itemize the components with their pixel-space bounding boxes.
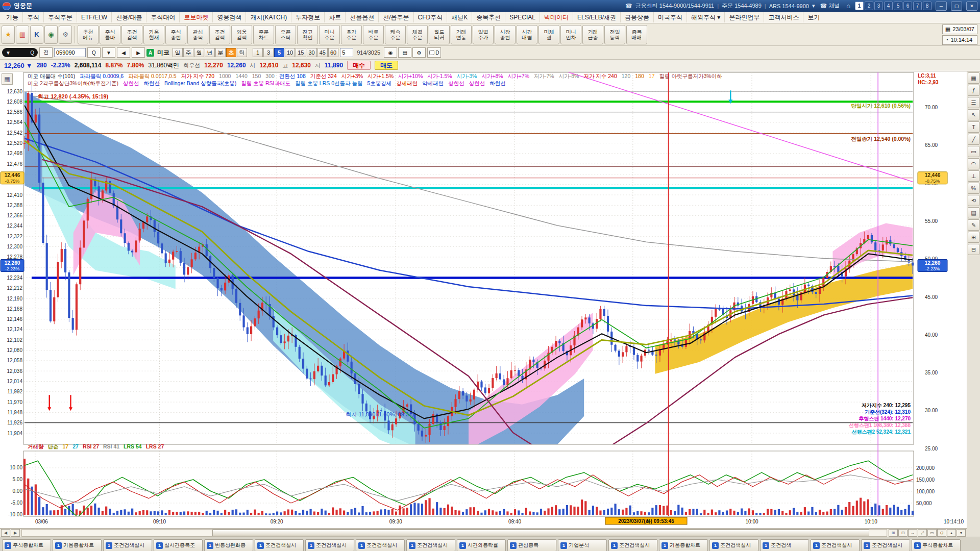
scale-up-icon[interactable]: ▴ — [947, 529, 956, 537]
toolbar-button-전일등락[interactable]: 전일등락 — [604, 25, 625, 44]
toolbar-button-미니주문[interactable]: 미니주문 — [319, 25, 340, 44]
menu-영웅검색[interactable]: 영웅검색 — [212, 12, 246, 22]
menu-차트[interactable]: 차트 — [324, 12, 345, 22]
scale-down-icon[interactable]: ▾ — [957, 529, 966, 537]
pattern-tool-icon[interactable]: ▤ — [968, 207, 979, 218]
chart-settings-icon[interactable]: ⚙ — [412, 47, 426, 58]
sell-button[interactable]: 매도 — [375, 61, 398, 70]
taskbar-tab-조건검색실시[interactable]: 1조건검색실시 — [861, 539, 910, 551]
taskbar-tab-실시간증목조[interactable]: 1실시간증목조 — [154, 539, 203, 551]
screen-number-4[interactable]: 4 — [884, 2, 893, 10]
chart-area[interactable]: ▦ 미코 매물대 수(101)파라볼릭 0.0009,6파라볼릭 0.0017,… — [0, 71, 967, 537]
toolbar-button-미니업차[interactable]: 미니업차 — [560, 25, 581, 44]
toolbar-button-주문차트[interactable]: 주문차트 — [253, 25, 274, 44]
buy-button[interactable]: 매수 — [347, 61, 371, 70]
expand-icon[interactable]: ⤢ — [918, 529, 927, 537]
toolbar-button-주식종합[interactable]: 주식종합 — [165, 25, 186, 44]
scroll-thumb[interactable] — [212, 530, 869, 536]
menu-선/옵주문[interactable]: 선/옵주문 — [378, 12, 413, 22]
taskbar-tab-조건검색[interactable]: 1조건검색 — [760, 539, 809, 551]
formula-tool-icon[interactable]: ƒ — [968, 85, 979, 96]
menu-선물옵션[interactable]: 선물옵션 — [345, 12, 378, 22]
zoom-out-icon[interactable]: ⊟ — [968, 244, 979, 255]
screen-number-7[interactable]: 7 — [913, 2, 922, 10]
toolbar-button-종목매매[interactable]: 종목매매 — [626, 25, 647, 44]
chart-layout-icon[interactable]: ▦ — [2, 73, 13, 85]
taskbar-tab-조건검색실시[interactable]: 1조건검색실시 — [255, 539, 304, 551]
menu-미국주식[interactable]: 미국주식 — [653, 12, 687, 22]
period-button-월[interactable]: 월 — [194, 48, 204, 57]
menu-빅데이터[interactable]: 빅데이터 — [540, 12, 573, 22]
interval-button-30[interactable]: 30 — [307, 48, 317, 57]
menu-로보마켓[interactable]: 로보마켓 — [179, 12, 212, 22]
taskbar-tab-변동성완화종[interactable]: 1변동성완화종 — [204, 539, 253, 551]
live-quote-icon[interactable]: ◉ — [44, 26, 58, 44]
code-dropdown-icon[interactable]: ▼ — [102, 47, 115, 58]
screen-number-8[interactable]: 8 — [923, 2, 932, 10]
screen-number-2[interactable]: 2 — [865, 2, 873, 10]
home-icon[interactable]: ⌂ — [845, 2, 852, 10]
draw-tool-icon[interactable]: ✎ — [968, 219, 979, 231]
board-icon[interactable]: ▤ — [398, 47, 411, 58]
menu-온라인업무[interactable]: 온라인업무 — [724, 12, 764, 22]
code-search-icon[interactable]: Q — [87, 47, 101, 58]
taskbar-tab-조건검색실시[interactable]: 1조건검색실시 — [406, 539, 455, 551]
toolbar-button-월드티커[interactable]: 월드티커 — [429, 25, 450, 44]
toolbar-button-거래변동[interactable]: 거래변동 — [451, 25, 472, 44]
zoom-in-icon[interactable]: ⊞ — [889, 529, 898, 537]
chart-quick-icon[interactable]: ▥ — [16, 26, 29, 44]
taskbar-tab-조건검색실시[interactable]: 1조건검색실시 — [305, 539, 354, 551]
toolbar-button-쾌속주문[interactable]: 쾌속주문 — [385, 25, 406, 44]
taskbar-tab-키움종합차트[interactable]: 1키움종합차트 — [53, 539, 102, 551]
chevron-down-icon[interactable]: ▾ — [812, 3, 815, 9]
taskbar-tab-조건검색실시[interactable]: 1조건검색실시 — [356, 539, 405, 551]
interval-button-5[interactable]: 5 — [274, 48, 284, 57]
account-combo[interactable]: ▼ Q — [2, 48, 38, 57]
stock-code-input[interactable] — [54, 48, 86, 57]
interval-button-45[interactable]: 45 — [317, 48, 328, 57]
undo-icon[interactable]: ⟲ — [968, 195, 979, 206]
menu-캐치(KATCH)[interactable]: 캐치(KATCH) — [246, 12, 291, 22]
toolbar-button-바로주문[interactable]: 바로주문 — [363, 25, 384, 44]
toolbar-button-일별주가[interactable]: 일별주가 — [473, 25, 494, 44]
menu-SPECIAL[interactable]: SPECIAL — [505, 12, 540, 22]
taskbar-tab-조건검색실시[interactable]: 1조건검색실시 — [608, 539, 657, 551]
taskbar-tab-조건검색실시[interactable]: 1조건검색실시 — [811, 539, 860, 551]
channel-button[interactable]: ☎ 채널 — [818, 2, 842, 10]
settings-icon[interactable]: ⚙ — [59, 26, 72, 44]
kiwoom-logo-icon[interactable]: K — [30, 26, 43, 44]
menu-ETF/ELW[interactable]: ETF/ELW — [77, 12, 111, 22]
indicator-list-icon[interactable]: ☰ — [968, 97, 979, 108]
support-line-tool-icon[interactable]: ⊥ — [968, 170, 979, 182]
close-button[interactable]: ✕ — [966, 2, 977, 11]
fit-width-icon[interactable]: ↔ — [908, 529, 917, 537]
menu-금융상품[interactable]: 금융상품 — [620, 12, 653, 22]
scroll-right-icon[interactable]: ▶ — [11, 529, 20, 537]
maximize-button[interactable]: ▢ — [951, 2, 962, 11]
period-button-주[interactable]: 주 — [183, 48, 193, 57]
toolbar-button-영웅검색[interactable]: 영웅검색 — [231, 25, 252, 44]
toolbar-button-잔고확인[interactable]: 잔고확인 — [297, 25, 318, 44]
toolbar-button-미체결[interactable]: 미체결 — [538, 25, 559, 44]
zoom-in-icon[interactable]: ⊞ — [968, 232, 979, 243]
screenshot-icon[interactable]: ◉ — [384, 47, 397, 58]
toolbar-button-키움현재[interactable]: 키움현재 — [143, 25, 164, 44]
menu-ELS/ELB/채권[interactable]: ELS/ELB/채권 — [573, 12, 620, 22]
screen-number-3[interactable]: 3 — [874, 2, 883, 10]
menu-주식주문[interactable]: 주식주문 — [43, 12, 77, 22]
price-chart[interactable]: 12,63012,60812,58612,56412,54212,52012,4… — [0, 71, 967, 537]
toolbar-button-시간대별[interactable]: 시간대별 — [517, 25, 537, 44]
pointer-tool-icon[interactable]: ↖ — [968, 109, 979, 120]
menu-주식[interactable]: 주식 — [22, 12, 43, 22]
toolbar-button-주식툴바[interactable]: 주식툴바 — [100, 25, 120, 44]
toolbar-button-호가주문[interactable]: 호가주문 — [341, 25, 362, 44]
interval-button-1[interactable]: 1 — [253, 48, 263, 57]
chart-hscrollbar[interactable]: ◀ ▶ ⊞⊟↔⤢▭Q▴▾ — [0, 528, 967, 537]
menu-CFD주식[interactable]: CFD주식 — [413, 12, 447, 22]
menu-투자정보[interactable]: 투자정보 — [291, 12, 324, 22]
interval-button-10[interactable]: 10 — [285, 48, 295, 57]
d-checkbox[interactable] — [429, 50, 434, 55]
box-zoom-icon[interactable]: ▭ — [927, 529, 937, 537]
scroll-left-icon[interactable]: ◀ — [1, 529, 10, 537]
taskbar-tab-시간외등락률[interactable]: 1시간외등락률 — [457, 539, 506, 551]
